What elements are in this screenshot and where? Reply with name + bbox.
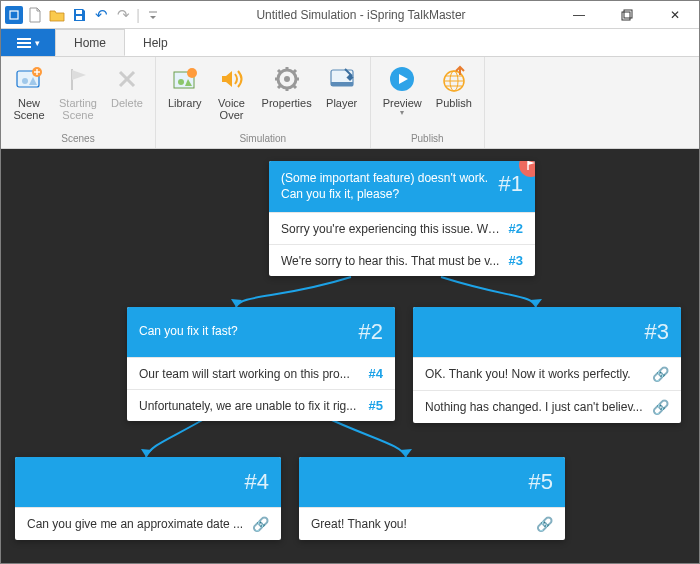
library-icon: [169, 63, 201, 95]
svg-line-30: [293, 85, 296, 88]
close-button[interactable]: ✕: [655, 5, 695, 25]
svg-marker-43: [231, 299, 242, 307]
new-scene-button[interactable]: New Scene: [7, 61, 51, 131]
svg-rect-5: [622, 12, 630, 20]
delete-icon: [111, 63, 143, 95]
file-tab-caret-icon: ▾: [35, 38, 40, 48]
properties-label: Properties: [262, 97, 312, 109]
properties-gear-icon: [271, 63, 303, 95]
scene-node-1[interactable]: (Some important feature) doesn't work. C…: [269, 161, 535, 276]
new-doc-icon[interactable]: [25, 5, 45, 25]
node-4-reply-0[interactable]: Can you give me an approximate date ... …: [15, 507, 281, 540]
svg-rect-7: [17, 38, 31, 40]
svg-line-31: [293, 70, 296, 73]
svg-rect-1: [76, 10, 82, 14]
redo-icon[interactable]: ↷: [113, 5, 133, 25]
library-button[interactable]: Library: [162, 61, 208, 131]
node-1-question: (Some important feature) doesn't work. C…: [281, 171, 499, 202]
link-icon: 🔗: [252, 516, 269, 532]
node-2-header[interactable]: Can you fix it fast? #2: [127, 307, 395, 357]
node-2-reply-0[interactable]: Our team will start working on this pro.…: [127, 357, 395, 389]
scene-canvas[interactable]: (Some important feature) doesn't work. C…: [1, 149, 699, 564]
qat-dropdown-icon[interactable]: [143, 5, 163, 25]
save-icon[interactable]: [69, 5, 89, 25]
tab-home[interactable]: Home: [55, 29, 125, 56]
link-icon: 🔗: [536, 516, 553, 532]
preview-play-icon: [386, 63, 418, 95]
publish-button[interactable]: Publish: [430, 61, 478, 131]
ribbon-group-simulation-label: Simulation: [239, 131, 286, 146]
player-button[interactable]: Player: [320, 61, 364, 131]
reply-text: We're sorry to hear this. That must be v…: [281, 254, 501, 268]
reply-link-number: #3: [509, 253, 523, 268]
svg-marker-45: [141, 449, 152, 457]
scene-node-5[interactable]: #5 Great! Thank you! 🔗: [299, 457, 565, 540]
reply-text: Our team will start working on this pro.…: [139, 367, 361, 381]
maximize-button[interactable]: [607, 5, 647, 25]
app-menu-icon[interactable]: [5, 6, 23, 24]
link-icon: 🔗: [652, 399, 669, 415]
preview-button[interactable]: Preview ▾: [377, 61, 428, 131]
reply-text: Can you give me an approximate date ...: [27, 517, 244, 531]
file-tab[interactable]: ▾: [1, 29, 55, 56]
node-5-reply-0[interactable]: Great! Thank you! 🔗: [299, 507, 565, 540]
reply-text: Nothing has changed. I just can't believ…: [425, 400, 644, 414]
reply-link-number: #5: [369, 398, 383, 413]
tab-help[interactable]: Help: [125, 29, 187, 56]
publish-label: Publish: [436, 97, 472, 109]
open-folder-icon[interactable]: [47, 5, 67, 25]
link-icon: 🔗: [652, 366, 669, 382]
node-3-header[interactable]: #3: [413, 307, 681, 357]
node-5-number: #5: [529, 469, 553, 495]
node-1-number: #1: [499, 171, 523, 197]
node-1-header[interactable]: (Some important feature) doesn't work. C…: [269, 161, 535, 212]
minimize-button[interactable]: —: [559, 5, 599, 25]
qat-separator: |: [135, 5, 141, 25]
new-scene-icon: [13, 63, 45, 95]
svg-marker-44: [530, 299, 542, 307]
voice-over-label: Voice Over: [218, 97, 245, 121]
scene-node-4[interactable]: #4 Can you give me an approximate date .…: [15, 457, 281, 540]
svg-line-29: [278, 70, 281, 73]
node-4-header[interactable]: #4: [15, 457, 281, 507]
reply-link-number: #2: [509, 221, 523, 236]
voice-over-button[interactable]: Voice Over: [210, 61, 254, 131]
scene-node-3[interactable]: #3 OK. Thank you! Now it works perfectly…: [413, 307, 681, 423]
svg-marker-4: [150, 16, 156, 19]
window-controls: — ✕: [559, 5, 695, 25]
starting-scene-flag-icon: [62, 63, 94, 95]
svg-point-20: [178, 79, 184, 85]
ribbon: New Scene Starting Scene Delete Scenes: [1, 57, 699, 149]
ribbon-group-publish: Preview ▾ Publish Publish: [371, 57, 485, 148]
undo-icon[interactable]: ↶: [91, 5, 111, 25]
svg-point-24: [284, 76, 290, 82]
node-5-header[interactable]: #5: [299, 457, 565, 507]
properties-button[interactable]: Properties: [256, 61, 318, 131]
node-1-reply-1[interactable]: We're sorry to hear this. That must be v…: [269, 244, 535, 276]
window-title: Untitled Simulation - iSpring TalkMaster: [163, 8, 559, 22]
reply-text: Unfortunately, we are unable to fix it r…: [139, 399, 361, 413]
node-2-reply-1[interactable]: Unfortunately, we are unable to fix it r…: [127, 389, 395, 421]
node-3-number: #3: [645, 319, 669, 345]
ribbon-group-simulation: Library Voice Over Properties Player: [156, 57, 371, 148]
reply-text: OK. Thank you! Now it works perfectly.: [425, 367, 644, 381]
starting-scene-button: Starting Scene: [53, 61, 103, 131]
ribbon-group-scenes: New Scene Starting Scene Delete Scenes: [1, 57, 156, 148]
svg-rect-0: [10, 11, 18, 19]
ribbon-tabs: ▾ Home Help: [1, 29, 699, 57]
node-4-number: #4: [245, 469, 269, 495]
delete-button: Delete: [105, 61, 149, 131]
new-scene-label: New Scene: [13, 97, 44, 121]
player-icon: [326, 63, 358, 95]
svg-marker-46: [400, 449, 412, 457]
svg-line-32: [278, 85, 281, 88]
node-1-reply-0[interactable]: Sorry you're experiencing this issue. We…: [269, 212, 535, 244]
svg-rect-8: [17, 42, 31, 44]
svg-rect-2: [76, 16, 82, 20]
ribbon-group-publish-label: Publish: [411, 131, 444, 146]
reply-text: Great! Thank you!: [311, 517, 528, 531]
node-3-reply-0[interactable]: OK. Thank you! Now it works perfectly. 🔗: [413, 357, 681, 390]
node-3-reply-1[interactable]: Nothing has changed. I just can't believ…: [413, 390, 681, 423]
scene-node-2[interactable]: Can you fix it fast? #2 Our team will st…: [127, 307, 395, 421]
quick-access-toolbar: ↶ ↷ |: [5, 5, 163, 25]
